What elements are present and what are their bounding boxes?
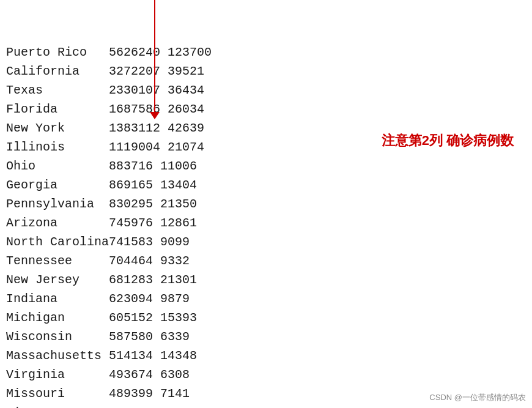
table-row: New Jersey 681283 21301 (6, 270, 526, 289)
annotation-box: 注意第2列 确诊病例数 (382, 132, 514, 150)
table-row: California 3272207 39521 (6, 62, 526, 81)
table-row: Georgia 869165 13404 (6, 176, 526, 195)
table-row: Puerto Rico 5626240 123700 (6, 43, 526, 62)
csdn-watermark: CSDN @一位带感情的码农 (429, 392, 526, 403)
table-row: Indiana 623094 9879 (6, 289, 526, 308)
table-row: Tennessee 704464 9332 (6, 251, 526, 270)
table-row: Arizona 745976 12861 (6, 213, 526, 232)
vertical-line-indicator (154, 0, 155, 113)
data-table: Puerto Rico 5626240 123700California 327… (6, 5, 526, 408)
table-row: Wisconsin 587580 6339 (6, 327, 526, 346)
table-row: Michigan 605152 15393 (6, 308, 526, 327)
table-row: Pennsylvania 830295 21350 (6, 195, 526, 213)
table-row: Ohio 883716 11006 (6, 157, 526, 176)
arrow-down-indicator (150, 112, 160, 119)
table-row: Texas 2330107 36434 (6, 81, 526, 100)
table-row: Minnesota 458701 6208 (6, 403, 526, 408)
table-row: North Carolina741583 9099 (6, 232, 526, 251)
annotation-text: 注意第2列 确诊病例数 (382, 133, 514, 148)
table-row: Virginia 493674 6308 (6, 365, 526, 384)
main-container: Puerto Rico 5626240 123700California 327… (0, 0, 532, 408)
table-row: Florida 1687586 26034 (6, 100, 526, 119)
table-row: Massachusetts 514134 14348 (6, 346, 526, 365)
